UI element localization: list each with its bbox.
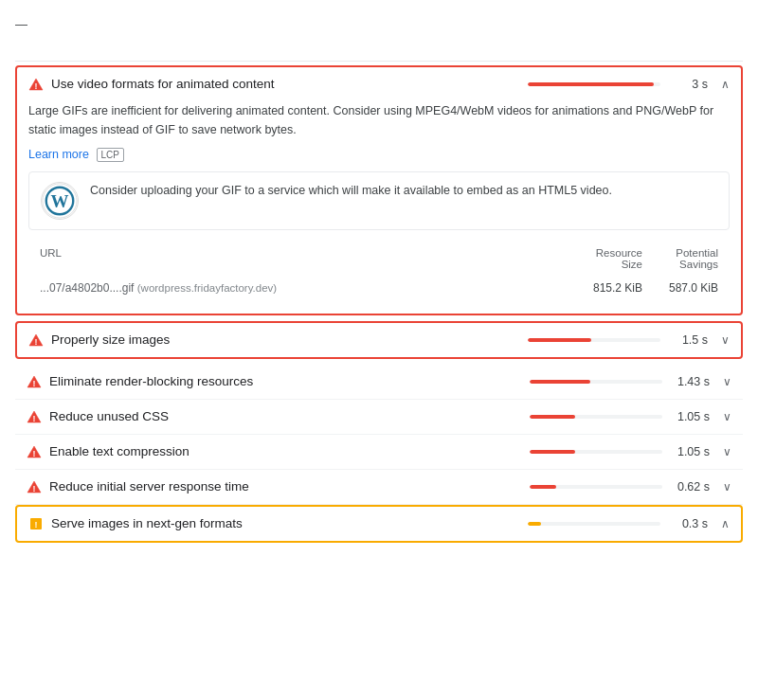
progress-bar <box>528 82 654 86</box>
td-resource-size: 815.2 KiB <box>567 281 642 295</box>
opportunity-row-serve-next-gen-formats: ! Serve images in next-gen formats 0.3 s… <box>15 505 743 543</box>
progress-bar-container <box>528 338 660 342</box>
warning-triangle-icon: ! <box>27 444 42 459</box>
row-title: Properly size images <box>51 332 170 347</box>
row-right: 1.05 s ∨ <box>530 445 731 458</box>
svg-text:!: ! <box>33 449 36 458</box>
opportunities-header: — <box>15 15 743 34</box>
opportunity-row-properly-size-images: ! Properly size images 1.5 s ∨ <box>15 321 743 359</box>
chevron-icon: ∨ <box>723 480 731 494</box>
row-header-serve-next-gen-formats[interactable]: ! Serve images in next-gen formats 0.3 s… <box>17 507 741 541</box>
row-title: Serve images in next-gen formats <box>51 516 243 530</box>
header-description: — <box>15 17 27 31</box>
row-title: Reduce initial server response time <box>49 479 249 494</box>
row-header-eliminate-render-blocking[interactable]: ! Eliminate render-blocking resources 1.… <box>15 365 743 399</box>
svg-text:!: ! <box>35 81 38 91</box>
row-left: ! Reduce unused CSS <box>27 409 530 424</box>
th-potential-savings: PotentialSavings <box>642 247 718 270</box>
warning-triangle-icon: ! <box>27 409 42 424</box>
row-left: ! Eliminate render-blocking resources <box>27 374 530 389</box>
row-header-reduce-unused-css[interactable]: ! Reduce unused CSS 1.05 s ∨ <box>15 400 743 434</box>
row-left: ! Enable text compression <box>27 444 530 459</box>
learn-more-line: Learn more LCP <box>28 147 730 162</box>
svg-text:!: ! <box>33 484 36 494</box>
chevron-icon: ∧ <box>721 78 730 91</box>
warning-triangle-icon: ! <box>28 332 44 348</box>
row-right: 0.62 s ∨ <box>530 480 731 494</box>
row-right: 1.05 s ∨ <box>530 410 731 423</box>
savings-value: 1.05 s <box>672 410 710 423</box>
savings-value: 1.05 s <box>672 445 710 458</box>
chevron-icon: ∧ <box>721 517 730 530</box>
chevron-icon: ∨ <box>723 410 731 423</box>
savings-value: 0.3 s <box>670 517 708 530</box>
td-potential-savings: 587.0 KiB <box>642 281 718 295</box>
progress-bar <box>528 338 591 342</box>
row-left: ! Serve images in next-gen formats <box>28 516 528 531</box>
row-left: ! Properly size images <box>28 332 528 348</box>
th-url: URL <box>40 247 567 270</box>
opportunities-list: ! Use video formats for animated content… <box>15 65 743 543</box>
savings-value: 1.43 s <box>672 375 710 388</box>
svg-text:!: ! <box>33 414 36 423</box>
progress-bar-container <box>530 380 662 384</box>
opportunity-row-reduce-server-response: ! Reduce initial server response time 0.… <box>15 470 743 505</box>
warning-triangle-icon: ! <box>27 479 42 494</box>
progress-bar-container <box>530 450 662 454</box>
progress-bar-container <box>528 522 660 526</box>
opportunity-description: Large GIFs are inefficient for deliverin… <box>28 101 730 139</box>
progress-bar-container <box>530 485 662 489</box>
row-title: Use video formats for animated content <box>51 77 275 91</box>
svg-text:!: ! <box>33 379 36 388</box>
row-title: Eliminate render-blocking resources <box>49 374 253 388</box>
lcp-badge: LCP <box>97 148 124 162</box>
progress-bar <box>528 522 541 526</box>
chevron-icon: ∨ <box>723 375 731 388</box>
savings-value: 1.5 s <box>670 333 708 347</box>
progress-bar <box>530 450 575 454</box>
progress-bar <box>530 380 590 384</box>
row-right: 1.5 s ∨ <box>528 333 730 347</box>
th-resource-size: ResourceSize <box>567 247 642 270</box>
row-left: ! Reduce initial server response time <box>27 479 530 494</box>
row-title: Reduce unused CSS <box>49 409 169 423</box>
row-header-reduce-server-response[interactable]: ! Reduce initial server response time 0.… <box>15 470 743 504</box>
row-right: 0.3 s ∧ <box>528 517 730 530</box>
opportunity-row-eliminate-render-blocking: ! Eliminate render-blocking resources 1.… <box>15 365 743 400</box>
progress-bar <box>530 485 556 489</box>
wordpress-logo: W <box>41 182 79 220</box>
svg-text:W: W <box>51 190 69 210</box>
svg-text:!: ! <box>35 337 38 347</box>
opportunity-row-enable-text-compression: ! Enable text compression 1.05 s ∨ <box>15 435 743 470</box>
table-row: ...07/a4802b0....gif (wordpress.fridayfa… <box>28 276 730 300</box>
row-header-enable-text-compression[interactable]: ! Enable text compression 1.05 s ∨ <box>15 435 743 469</box>
savings-value: 3 s <box>670 78 708 91</box>
td-url: ...07/a4802b0....gif (wordpress.fridayfa… <box>40 281 567 295</box>
wp-card-text: Consider uploading your GIF to a service… <box>90 182 612 200</box>
row-header-properly-size-images[interactable]: ! Properly size images 1.5 s ∨ <box>17 323 741 357</box>
warning-triangle-icon: ! <box>28 77 44 92</box>
chevron-icon: ∨ <box>721 333 730 347</box>
progress-bar-container <box>528 82 660 86</box>
wordpress-card: W Consider uploading your GIF to a servi… <box>28 171 730 230</box>
row-left: ! Use video formats for animated content <box>28 77 528 92</box>
warning-square-icon: ! <box>28 516 44 531</box>
columns-header <box>15 49 743 62</box>
opportunity-row-reduce-unused-css: ! Reduce unused CSS 1.05 s ∨ <box>15 400 743 435</box>
warning-triangle-icon: ! <box>27 374 42 389</box>
progress-bar <box>530 415 575 419</box>
progress-bar-container <box>530 415 662 419</box>
expanded-content: Large GIFs are inefficient for deliverin… <box>17 101 741 314</box>
row-right: 3 s ∧ <box>528 78 730 91</box>
learn-more-link[interactable]: Learn more <box>28 148 89 161</box>
savings-value: 0.62 s <box>672 480 710 494</box>
row-right: 1.43 s ∨ <box>530 375 731 388</box>
row-title: Enable text compression <box>49 444 190 458</box>
table-header: URL ResourceSize PotentialSavings <box>28 243 730 276</box>
row-header-use-video-formats[interactable]: ! Use video formats for animated content… <box>17 67 741 101</box>
chevron-icon: ∨ <box>723 445 731 458</box>
opportunity-row-use-video-formats: ! Use video formats for animated content… <box>15 65 743 315</box>
svg-text:!: ! <box>35 520 38 529</box>
